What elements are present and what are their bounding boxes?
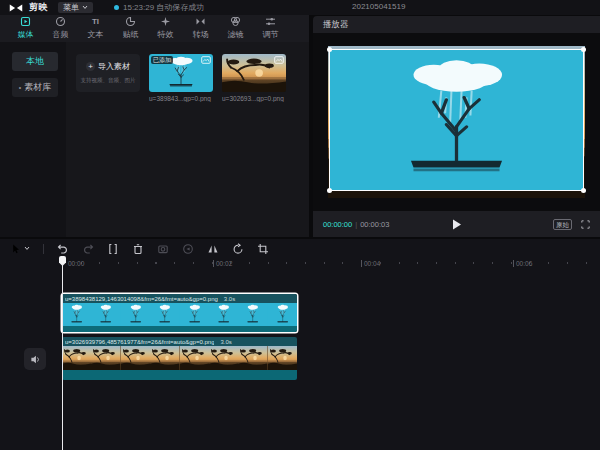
- player-panel: 播放器: [313, 16, 600, 237]
- divider: [43, 244, 44, 254]
- clip-label-bar: u=3898438129,1463014098&fm=26&fmt=auto&g…: [62, 294, 297, 303]
- undo-button[interactable]: [57, 243, 69, 255]
- timeline-ruler[interactable]: 00:00 00:02 00:04 00:06: [0, 258, 600, 272]
- reverse-button[interactable]: [182, 243, 194, 255]
- player-title: 播放器: [313, 16, 600, 33]
- library-nav-material[interactable]: • 素材库: [12, 78, 58, 97]
- scale-ratio-button[interactable]: 原始: [553, 219, 572, 230]
- media-item: u=302693...gp=0.png: [222, 54, 286, 102]
- resize-handle-top-left[interactable]: [327, 47, 332, 52]
- plus-icon: +: [86, 62, 95, 71]
- clip-filename: u=3898438129,1463014098&fm=26&fmt=auto&g…: [65, 296, 218, 302]
- import-hint: 支持视频、音频、图片: [80, 76, 135, 84]
- adjust-icon: [265, 16, 276, 27]
- import-material-button[interactable]: + 导入素材 支持视频、音频、图片: [76, 54, 140, 92]
- effects-icon: [160, 16, 171, 27]
- play-button[interactable]: [452, 219, 461, 230]
- resize-handle-bottom-left[interactable]: [327, 188, 332, 193]
- image-type-icon[interactable]: [274, 56, 284, 64]
- tab-filter[interactable]: 滤镜: [218, 16, 253, 40]
- total-time: 00:00:03: [360, 220, 389, 229]
- media-grid: + 导入素材 支持视频、音频、图片: [66, 42, 309, 237]
- playhead[interactable]: [59, 256, 66, 450]
- media-body: 本地 • 素材库 + 导入素材 支持视频、音频、图片: [0, 42, 309, 237]
- clip-label-bar: u=3026939796,485761977&fm=26&fmt=auto&gp…: [62, 337, 297, 346]
- clip-overlay-cloudtree[interactable]: u=3898438129,1463014098&fm=26&fmt=auto&g…: [62, 294, 297, 332]
- asset-tabbar: 媒体 音频 TI 文本 贴纸 特效: [0, 15, 309, 42]
- chevron-down-icon: [24, 246, 30, 251]
- image-type-icon[interactable]: [201, 56, 211, 64]
- fullscreen-button[interactable]: [581, 220, 590, 229]
- timeline-panel: 00:00 00:02 00:04 00:06 u=3898438129,146…: [0, 239, 600, 450]
- tab-transition[interactable]: 转场: [183, 16, 218, 40]
- tab-effects[interactable]: 特效: [148, 16, 183, 40]
- selected-overlay-clip[interactable]: [329, 49, 584, 191]
- delete-button[interactable]: [132, 243, 144, 255]
- resize-handle-bottom-right[interactable]: [581, 188, 586, 193]
- freeze-frame-button[interactable]: [157, 243, 169, 255]
- media-filename: u=302693...gp=0.png: [222, 95, 286, 102]
- tab-sticker[interactable]: 贴纸: [113, 16, 148, 40]
- added-badge: 已添加: [151, 56, 173, 64]
- rotate-button[interactable]: [232, 243, 244, 255]
- ruler-label: 00:06: [513, 260, 532, 267]
- media-icon: [20, 16, 31, 27]
- capcut-window: 剪映 菜单 15:23:29 自动保存成功 202105041519 媒体: [0, 0, 600, 450]
- crop-button[interactable]: [257, 243, 269, 255]
- audio-icon: [55, 16, 66, 27]
- filter-icon: [230, 16, 241, 27]
- tab-text[interactable]: TI 文本: [78, 16, 113, 40]
- clip-thumbnails: [62, 303, 297, 326]
- clip-footer: [62, 326, 297, 332]
- library-nav-local[interactable]: 本地: [12, 52, 58, 71]
- app-name: 剪映: [29, 1, 48, 14]
- select-tool-button[interactable]: [10, 243, 30, 255]
- text-icon: TI: [90, 16, 101, 27]
- tab-adjust[interactable]: 调节: [253, 16, 288, 40]
- video-frame: [328, 46, 585, 198]
- media-thumbnail-cloudtree[interactable]: 已添加: [149, 54, 213, 92]
- clip-footer: [62, 370, 297, 380]
- media-filename: u=389843...gp=0.png: [149, 95, 213, 102]
- ruler-label: 00:00: [66, 260, 84, 267]
- tab-audio[interactable]: 音频: [43, 16, 78, 40]
- player-controls: 00:00:00 | 00:00:03 原始: [313, 211, 600, 237]
- timeline-toolbar: [0, 239, 600, 258]
- split-button[interactable]: [107, 243, 119, 255]
- chevron-down-icon: [82, 5, 88, 10]
- player-canvas: [313, 33, 600, 211]
- clip-filename: u=3026939796,485761977&fm=26&fmt=auto&gp…: [65, 339, 214, 345]
- clip-main-sunset[interactable]: u=3026939796,485761977&fm=26&fmt=auto&gp…: [62, 337, 297, 380]
- app-logo-icon: [8, 3, 24, 13]
- redo-button[interactable]: [82, 243, 94, 255]
- resize-handle-top-right[interactable]: [581, 47, 586, 52]
- clip-thumbnails: [62, 346, 297, 370]
- svg-text:TI: TI: [92, 17, 99, 26]
- speaker-icon: [30, 354, 41, 365]
- project-title: 202105041519: [352, 2, 405, 11]
- top-menu-bar: 剪映 菜单 15:23:29 自动保存成功 202105041519: [0, 0, 600, 15]
- overlay-frame-image: [330, 50, 583, 190]
- media-item: 已添加 u=389843...gp=0.png: [149, 54, 213, 102]
- tab-media[interactable]: 媒体: [8, 16, 43, 40]
- timeline-tracks: u=3898438129,1463014098&fm=26&fmt=auto&g…: [0, 272, 600, 450]
- media-library-panel: 媒体 音频 TI 文本 贴纸 特效: [0, 15, 309, 237]
- time-separator: |: [355, 220, 357, 229]
- sticker-icon: [125, 16, 136, 27]
- bullet-icon: •: [19, 84, 21, 91]
- menu-button[interactable]: 菜单: [58, 2, 93, 13]
- autosave-status: 15:23:29 自动保存成功: [114, 2, 204, 13]
- ruler-label: 00:02: [213, 260, 232, 267]
- transition-icon: [195, 16, 206, 27]
- media-thumbnail-sunset[interactable]: [222, 54, 286, 92]
- clip-duration: 3.0s: [220, 339, 231, 345]
- ruler-label: 00:04: [361, 260, 380, 267]
- mute-track-button[interactable]: [24, 348, 46, 370]
- autosave-dot-icon: [114, 5, 119, 10]
- playhead-line: [62, 264, 63, 450]
- cursor-icon: [10, 243, 21, 255]
- current-time: 00:00:00: [323, 220, 352, 229]
- mirror-button[interactable]: [207, 243, 219, 255]
- library-nav: 本地 • 素材库: [0, 42, 66, 237]
- clip-duration: 3.0s: [224, 296, 235, 302]
